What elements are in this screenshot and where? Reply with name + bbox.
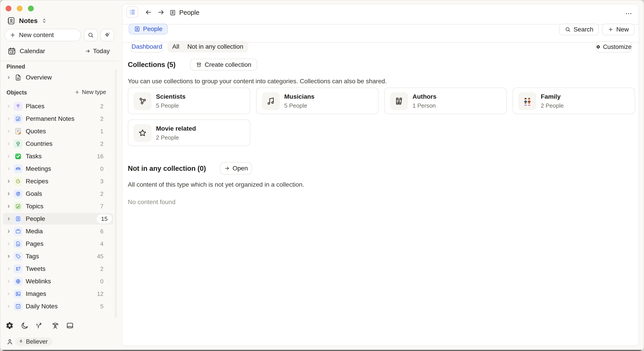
page-title: People (170, 9, 199, 16)
membership-badge-label: Believer (26, 338, 48, 345)
back-button[interactable] (144, 8, 152, 16)
chevron-right-icon (6, 266, 12, 272)
tab-all[interactable]: All (172, 43, 179, 50)
memo-icon (14, 127, 22, 136)
sidebar-item-recipes[interactable]: Recipes 3 (3, 175, 113, 187)
collection-card-musicians[interactable]: Musicians 5 People (256, 87, 378, 114)
sidebar-item-topics[interactable]: Topics 7 (3, 201, 113, 212)
collection-card-family[interactable]: Family 2 People (512, 87, 635, 114)
tab-not-in-any-collection[interactable]: Not in any collection (187, 43, 243, 50)
bird-icon (14, 264, 22, 273)
sidebar-item-pages[interactable]: Pages 4 (3, 238, 113, 250)
tab-group: All Not in any collection (167, 41, 248, 52)
sidebar-item-images[interactable]: Images 12 (3, 288, 113, 300)
chevron-right-icon (6, 241, 12, 247)
sidebar-item-daily-notes[interactable]: Daily Notes 5 (3, 301, 113, 312)
customize-button[interactable]: Customize (596, 41, 632, 52)
sidebar-item-quotes[interactable]: Quotes 1 (3, 125, 113, 137)
search-icon (565, 26, 571, 32)
collection-card-authors[interactable]: Authors 1 Person (384, 87, 507, 114)
globe-stand-icon (14, 139, 22, 148)
new-type-button[interactable]: New type (74, 89, 106, 96)
not-in-collection-description: All content of this type which is not ye… (128, 181, 304, 188)
chevron-right-icon (6, 179, 12, 184)
search-button[interactable] (84, 29, 98, 41)
chevron-right-icon (6, 154, 12, 159)
calendar-icon (8, 47, 16, 55)
create-collection-button[interactable]: Create collection (190, 59, 257, 70)
sidebar-item-tags[interactable]: Tags 45 (3, 251, 113, 262)
sidebar-item-calendar[interactable]: Calendar Today (0, 45, 118, 57)
ai-sparkles-button[interactable] (100, 29, 114, 41)
collection-card-scientists[interactable]: Scientists 5 People (128, 87, 250, 114)
open-button[interactable]: Open (220, 162, 252, 175)
search-button[interactable]: Search (559, 24, 599, 35)
sidebar-item-tasks[interactable]: Tasks 16 (3, 150, 113, 162)
archive-box-icon (196, 62, 202, 68)
sidebar-item-overview[interactable]: Overview (3, 72, 113, 83)
zoom-window-button[interactable] (28, 5, 34, 11)
sidebar-item-goals[interactable]: Goals 2 (3, 188, 113, 200)
sidebar-item-places[interactable]: Places 2 (3, 100, 113, 112)
settings-gear-icon[interactable] (6, 322, 14, 330)
not-in-collection-heading: Not in any collection (0) (128, 165, 206, 173)
minimize-window-button[interactable] (17, 5, 22, 11)
chevron-right-icon (6, 229, 12, 234)
plus-icon (10, 32, 16, 38)
graduation-cap-icon[interactable] (51, 322, 59, 330)
cookie-icon (14, 177, 22, 186)
tab-dashboard[interactable]: Dashboard (131, 41, 163, 52)
collection-card-movie-related[interactable]: Movie related 2 People (128, 119, 250, 146)
objects-section-label: Objects (6, 89, 27, 96)
window-controls (6, 5, 34, 11)
sidebar-item-media[interactable]: Media 6 (3, 226, 113, 237)
chevron-right-icon (6, 279, 12, 284)
collections-heading: Collections (5) (128, 61, 176, 69)
profile-person-icon[interactable] (6, 338, 14, 346)
flame-icon (18, 339, 24, 344)
music-note-icon (262, 92, 280, 110)
new-object-button[interactable]: New (602, 24, 634, 35)
type-chip-people[interactable]: People (129, 24, 168, 34)
tag-icon (14, 252, 22, 261)
sparkles-arrow-icon[interactable] (36, 322, 44, 330)
close-window-button[interactable] (6, 5, 12, 11)
sidebar-scrollbar[interactable] (115, 69, 117, 318)
workspace-switcher[interactable]: Notes (7, 16, 47, 25)
arrow-right-icon (224, 165, 230, 171)
more-options-button[interactable] (625, 10, 632, 17)
chevron-right-icon (6, 191, 12, 197)
portrait-icon (170, 9, 176, 16)
molecule-icon (134, 92, 152, 110)
sidebar-item-permanent-notes[interactable]: Permanent Notes 2 (3, 113, 113, 125)
inbox-tray-icon[interactable] (66, 322, 74, 330)
pinned-section-label: Pinned (6, 63, 25, 70)
today-link[interactable]: Today (85, 47, 110, 55)
gear-icon (596, 44, 600, 50)
arrow-right-icon (85, 48, 91, 54)
chevron-right-icon (6, 216, 12, 222)
note-pencil-icon (14, 202, 22, 211)
portrait-icon (14, 214, 22, 223)
pushpin-icon (14, 102, 22, 111)
sidebar: Notes New content Calendar Today (0, 0, 122, 351)
dark-mode-moon-icon[interactable] (21, 322, 29, 330)
people-group-icon (14, 164, 22, 173)
sidebar-item-people[interactable]: People 15 (3, 213, 113, 225)
sidebar-item-meetings[interactable]: Meetings 0 (3, 163, 113, 175)
new-content-button[interactable]: New content (4, 29, 81, 41)
membership-badge[interactable]: Believer (15, 337, 52, 346)
sidebar-item-countries[interactable]: Countries 2 (3, 138, 113, 150)
chevron-right-icon (6, 304, 12, 309)
chevron-right-icon (6, 166, 12, 171)
books-icon (390, 92, 408, 110)
toggle-sidebar-button[interactable] (126, 6, 138, 18)
chevron-right-icon (6, 254, 12, 259)
check-box-icon (14, 152, 22, 161)
forward-button[interactable] (157, 8, 165, 16)
globe-icon (14, 277, 22, 286)
sidebar-item-tweets[interactable]: Tweets 2 (3, 263, 113, 275)
sparkles-icon (104, 32, 110, 38)
calendar-check-icon (14, 302, 22, 311)
sidebar-item-weblinks[interactable]: Weblinks 0 (3, 276, 113, 287)
